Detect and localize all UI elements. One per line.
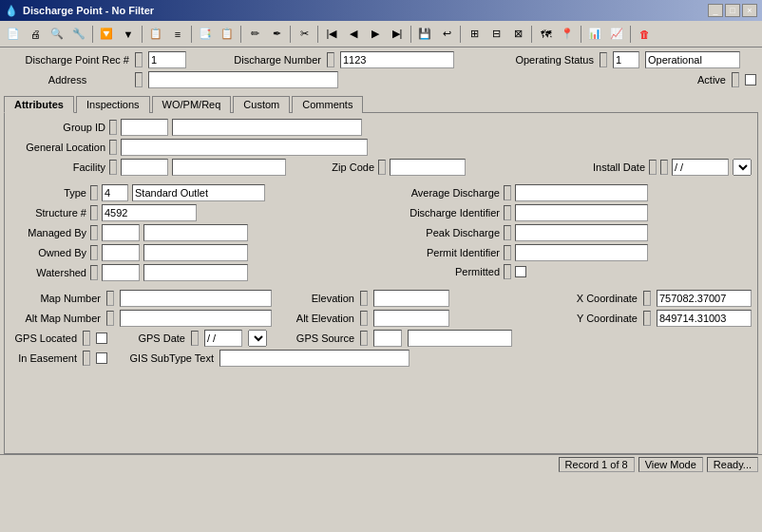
owned-marker bbox=[90, 245, 98, 260]
facility-input1[interactable] bbox=[121, 159, 168, 176]
permit-id-input[interactable] bbox=[515, 244, 648, 261]
discharge-id-input[interactable] bbox=[515, 204, 648, 221]
gps-date-dropdown[interactable]: ▼ bbox=[248, 330, 267, 347]
address-marker bbox=[135, 72, 143, 87]
owned-input2[interactable] bbox=[143, 244, 248, 261]
rec-label: Discharge Point Rec # bbox=[6, 54, 129, 66]
map-number-input[interactable] bbox=[120, 290, 272, 307]
peak-discharge-marker bbox=[504, 225, 511, 240]
save-button[interactable]: 💾 bbox=[414, 24, 435, 45]
gps-date-label: GPS Date bbox=[128, 332, 185, 344]
avg-discharge-input[interactable] bbox=[515, 184, 648, 201]
gps-source-input1[interactable] bbox=[373, 330, 402, 347]
in-easement-checkbox[interactable] bbox=[96, 352, 107, 364]
type-value-input[interactable] bbox=[132, 184, 265, 201]
edit-button[interactable]: ✏ bbox=[244, 24, 265, 45]
gps-date-input[interactable] bbox=[204, 330, 242, 347]
structure-input[interactable] bbox=[102, 204, 197, 221]
peak-discharge-label: Peak Discharge bbox=[386, 227, 500, 238]
type-code-input[interactable] bbox=[102, 184, 128, 201]
address-input[interactable] bbox=[148, 71, 338, 88]
tab-wo-pm-req[interactable]: WO/PM/Req bbox=[152, 96, 232, 113]
prev-button[interactable]: ◀ bbox=[343, 24, 364, 45]
tab-attributes[interactable]: Attributes bbox=[4, 96, 74, 113]
status-bar: Record 1 of 8 View Mode Ready... bbox=[0, 454, 762, 473]
owned-input1[interactable] bbox=[102, 244, 140, 261]
report-button[interactable]: 📊 bbox=[584, 24, 605, 45]
record-text: Record 1 of 8 bbox=[565, 459, 628, 470]
active-checkbox[interactable] bbox=[745, 74, 756, 86]
print-button[interactable]: 🖨 bbox=[25, 24, 46, 45]
op-status-code-input[interactable] bbox=[613, 51, 639, 68]
general-location-input[interactable] bbox=[121, 139, 368, 156]
group-id-input2[interactable] bbox=[172, 119, 362, 136]
ready-status: Ready... bbox=[707, 457, 758, 472]
draw-button[interactable]: ✒ bbox=[266, 24, 287, 45]
sep11 bbox=[630, 26, 631, 43]
group-id-label: Group ID bbox=[10, 122, 105, 133]
facility-input2[interactable] bbox=[172, 159, 286, 176]
filter2-button[interactable]: ▼ bbox=[118, 24, 139, 45]
map2-button[interactable]: 📍 bbox=[557, 24, 578, 45]
gps-located-checkbox[interactable] bbox=[96, 332, 107, 344]
tab-custom[interactable]: Custom bbox=[233, 96, 290, 113]
group-id-input1[interactable] bbox=[121, 119, 168, 136]
paste-button[interactable]: 📋 bbox=[217, 24, 238, 45]
search-button[interactable]: 🔍 bbox=[47, 24, 67, 45]
grid2-button[interactable]: ⊟ bbox=[486, 24, 506, 45]
report2-button[interactable]: 📈 bbox=[606, 24, 627, 45]
tools-button[interactable]: 🔧 bbox=[68, 24, 89, 45]
x-coord-input[interactable] bbox=[657, 290, 752, 307]
next-button[interactable]: ▶ bbox=[365, 24, 386, 45]
elevation-input[interactable] bbox=[373, 290, 449, 307]
install-date-dropdown[interactable]: ▼ bbox=[733, 159, 752, 176]
copy-button[interactable]: 📑 bbox=[195, 24, 216, 45]
rec-input[interactable] bbox=[148, 51, 186, 68]
tab-inspections[interactable]: Inspections bbox=[76, 96, 150, 113]
watershed-marker bbox=[90, 265, 98, 280]
gps-located-label: GPS Located bbox=[10, 332, 77, 344]
view2-button[interactable]: ≡ bbox=[167, 24, 188, 45]
alt-elevation-input[interactable] bbox=[373, 310, 449, 327]
maximize-button[interactable]: □ bbox=[725, 4, 740, 17]
first-button[interactable]: |◀ bbox=[321, 24, 342, 45]
close-button[interactable]: × bbox=[742, 4, 757, 17]
install-date-input[interactable] bbox=[672, 159, 729, 176]
watershed-label: Watershed bbox=[10, 267, 86, 278]
cut-button[interactable]: ✂ bbox=[294, 24, 314, 45]
title-bar: 💧 Discharge Point - No Filter _ □ × bbox=[0, 0, 762, 21]
grid-button[interactable]: ⊞ bbox=[464, 24, 485, 45]
refresh-button[interactable]: ↩ bbox=[436, 24, 457, 45]
sep1 bbox=[92, 26, 93, 43]
discharge-number-input[interactable] bbox=[340, 51, 454, 68]
gis-subtype-input[interactable] bbox=[219, 350, 410, 367]
alt-map-number-input[interactable] bbox=[120, 310, 272, 327]
gps-source-input2[interactable] bbox=[408, 330, 512, 347]
delete-button[interactable]: 🗑 bbox=[634, 24, 655, 45]
tab-content-attributes: Group ID General Location Facility Zip C… bbox=[4, 112, 758, 454]
managed-input1[interactable] bbox=[102, 224, 140, 241]
op-status-value-input[interactable] bbox=[645, 51, 740, 68]
watershed-input1[interactable] bbox=[102, 264, 140, 281]
discharge-number-marker bbox=[327, 52, 334, 67]
structure-label: Structure # bbox=[10, 207, 86, 218]
install-date-label: Install Date bbox=[574, 162, 645, 173]
map-button[interactable]: 🗺 bbox=[535, 24, 556, 45]
tab-comments[interactable]: Comments bbox=[292, 96, 363, 113]
ready-label: Ready... bbox=[714, 459, 752, 470]
permitted-checkbox[interactable] bbox=[515, 266, 526, 277]
last-button[interactable]: ▶| bbox=[387, 24, 408, 45]
grid3-button[interactable]: ⊠ bbox=[507, 24, 528, 45]
peak-discharge-input[interactable] bbox=[515, 224, 648, 241]
watershed-input2[interactable] bbox=[143, 264, 248, 281]
alt-map-marker bbox=[106, 311, 114, 326]
zip-input[interactable] bbox=[390, 159, 466, 176]
view-button[interactable]: 📋 bbox=[145, 24, 166, 45]
sep4 bbox=[240, 26, 241, 43]
gen-loc-marker bbox=[109, 140, 117, 155]
managed-input2[interactable] bbox=[143, 224, 248, 241]
minimize-button[interactable]: _ bbox=[708, 4, 723, 17]
new-button[interactable]: 📄 bbox=[3, 24, 24, 45]
filter-button[interactable]: 🔽 bbox=[96, 24, 117, 45]
y-coord-input[interactable] bbox=[657, 310, 752, 327]
